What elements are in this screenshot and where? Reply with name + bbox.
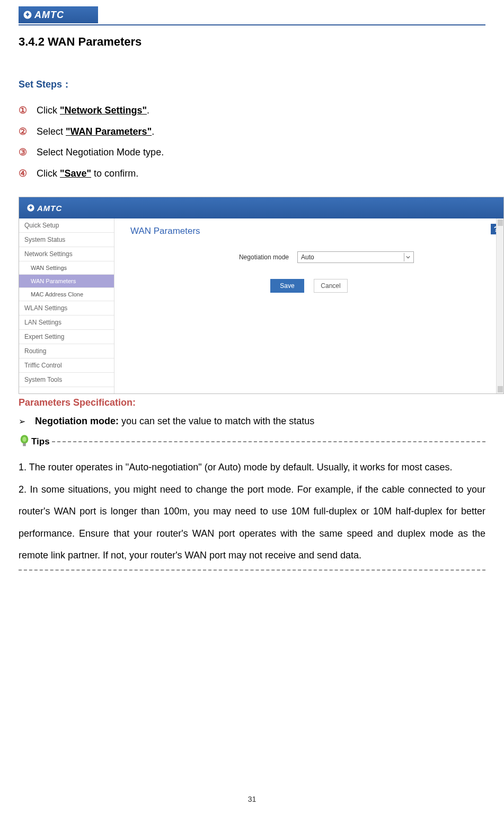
chevron-down-icon <box>404 253 411 261</box>
doc-logo: AMTC <box>19 6 98 23</box>
step-text: Select "WAN Parameters". <box>37 121 154 143</box>
tips-header: Tips <box>19 434 485 449</box>
header-rule <box>19 24 485 25</box>
parameters-specification-label: Parameters Specification: <box>19 397 485 408</box>
ui-topbar: AMTC <box>19 197 503 218</box>
sidebar-item-wan-settings[interactable]: WAN Settings <box>19 261 114 275</box>
step-number: ② <box>19 121 27 143</box>
page-number: 31 <box>0 795 504 803</box>
tips-body: 1. The router operates in "Auto-negotiat… <box>19 457 485 566</box>
svg-point-2 <box>22 437 26 442</box>
save-button[interactable]: Save <box>270 279 304 293</box>
svg-rect-1 <box>23 443 26 447</box>
sidebar-item-network-settings[interactable]: Network Settings <box>19 247 114 261</box>
ui-main: ? WAN Parameters Negotiation mode Auto S… <box>114 218 503 393</box>
ui-screenshot: AMTC Quick Setup System Status Network S… <box>19 197 504 394</box>
step-item: ① Click "Network Settings". <box>19 100 485 121</box>
scrollbar[interactable] <box>496 218 503 393</box>
step-item: ④ Click "Save" to confirm. <box>19 163 485 185</box>
cancel-button[interactable]: Cancel <box>314 279 348 293</box>
bulb-icon <box>19 434 30 449</box>
sidebar-item-mac-clone[interactable]: MAC Address Clone <box>19 288 114 301</box>
sidebar-item-lan-settings[interactable]: LAN Settings <box>19 316 114 330</box>
section-heading: 3.4.2 WAN Parameters <box>19 35 485 49</box>
step-list: ① Click "Network Settings". ② Select "WA… <box>19 100 485 184</box>
sidebar-item-traffic-control[interactable]: Triffic Control <box>19 358 114 373</box>
sidebar-item-quick-setup[interactable]: Quick Setup <box>19 218 114 233</box>
ui-body: Quick Setup System Status Network Settin… <box>19 218 503 393</box>
ui-sidebar: Quick Setup System Status Network Settin… <box>19 218 114 393</box>
param-bullet: ➢ Negotiation mode: you can set the valu… <box>19 416 485 427</box>
step-number: ④ <box>19 163 27 185</box>
sidebar-item-expert-setting[interactable]: Expert Setting <box>19 330 114 344</box>
sidebar-item-system-status[interactable]: System Status <box>19 233 114 247</box>
dash-rule <box>52 441 485 442</box>
dash-rule-bottom <box>19 570 485 571</box>
step-text: Click "Save" to confirm. <box>37 163 138 185</box>
logo-icon <box>26 204 35 212</box>
sidebar-item-system-tools[interactable]: System Tools <box>19 373 114 387</box>
step-text: Select Negotiation Mode type. <box>37 142 164 163</box>
negotiation-mode-label: Negotiation mode <box>204 253 289 261</box>
form-row: Negotiation mode Auto <box>130 251 488 263</box>
sidebar-item-wlan-settings[interactable]: WLAN Settings <box>19 301 114 316</box>
step-item: ③ Select Negotiation Mode type. <box>19 142 485 163</box>
select-value: Auto <box>301 253 314 261</box>
page-title: WAN Parameters <box>130 226 488 237</box>
logo-icon <box>23 10 32 20</box>
sidebar-item-routing[interactable]: Routing <box>19 344 114 358</box>
bullet-icon: ➢ <box>19 416 25 426</box>
negotiation-mode-select[interactable]: Auto <box>297 251 414 263</box>
ui-logo-text: AMTC <box>37 204 62 213</box>
button-row: Save Cancel <box>130 279 488 293</box>
tip-paragraph: 1. The router operates in "Auto-negotiat… <box>19 457 485 478</box>
step-text: Click "Network Settings". <box>37 100 149 121</box>
sidebar-item-wan-parameters[interactable]: WAN Parameters <box>19 275 114 288</box>
step-number: ① <box>19 100 27 121</box>
param-text: Negotiation mode: you can set the value … <box>35 416 314 427</box>
doc-logo-text: AMTC <box>34 10 64 21</box>
step-item: ② Select "WAN Parameters". <box>19 121 485 143</box>
step-number: ③ <box>19 142 27 163</box>
tip-paragraph: 2. In some situations, you might need to… <box>19 479 485 567</box>
set-steps-label: Set Steps： <box>19 78 485 91</box>
tips-label: Tips <box>31 436 50 447</box>
